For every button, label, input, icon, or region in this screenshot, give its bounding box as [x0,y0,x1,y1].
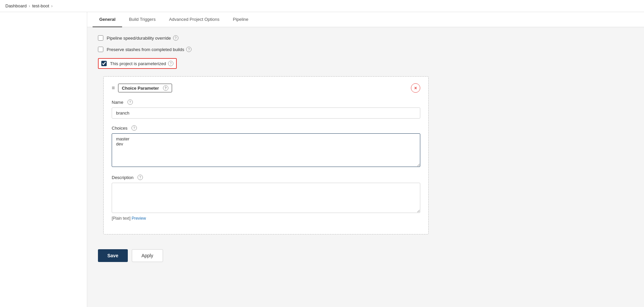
tabs-bar: General Build Triggers Advanced Project … [87,12,644,27]
param-type-label: Choice Parameter [122,86,159,91]
checkbox-pipeline-speed[interactable] [98,35,103,41]
help-icon-parameterized[interactable]: ? [168,61,173,66]
field-group-name: Name ? [112,99,420,119]
checkbox-row-parameterized: This project is parameterized ? [98,58,177,69]
plain-text-preview: [Plain text] Preview [112,216,420,221]
apply-button[interactable]: Apply [132,249,163,262]
help-icon-pipeline-speed[interactable]: ? [173,35,178,41]
name-label-text: Name [112,100,123,105]
plain-text-label: [Plain text] [112,216,130,221]
tab-pipeline[interactable]: Pipeline [226,12,255,27]
checkbox-row-pipeline-speed: Pipeline speed/durability override ? [98,35,429,41]
choices-textarea[interactable]: master dev [112,133,420,167]
description-textarea[interactable] [112,183,420,213]
name-input[interactable] [112,107,420,119]
checkbox-parameterized[interactable] [101,61,107,66]
choices-label-text: Choices [112,126,127,131]
parameter-block: ≡ Choice Parameter ? × Name ? [103,76,429,234]
param-header: ≡ Choice Parameter ? × [112,83,420,93]
footer-buttons: Save Apply [87,243,644,269]
drag-icon[interactable]: ≡ [112,85,115,91]
tab-general[interactable]: General [93,12,122,27]
checkbox-row-preserve-stashes: Preserve stashes from completed builds ? [98,47,429,52]
field-group-description: Description ? [Plain text] Preview [112,175,420,221]
help-icon-description[interactable]: ? [138,175,143,180]
param-type-badge: Choice Parameter ? [118,84,172,92]
param-header-left: ≡ Choice Parameter ? [112,84,172,92]
description-field-label: Description ? [112,175,420,180]
choices-field-label: Choices ? [112,125,420,131]
sidebar [0,12,87,307]
checkbox-pipeline-speed-label[interactable]: Pipeline speed/durability override [107,36,171,41]
breadcrumb: Dashboard › test-boot › [0,0,644,12]
breadcrumb-dashboard[interactable]: Dashboard [5,3,27,8]
help-icon-param-type[interactable]: ? [163,85,168,91]
field-group-choices: Choices ? master dev [112,125,420,168]
content-area: General Build Triggers Advanced Project … [87,12,644,307]
tab-build-triggers[interactable]: Build Triggers [122,12,162,27]
form-area: Pipeline speed/durability override ? Pre… [87,27,439,243]
checkbox-preserve-stashes[interactable] [98,47,103,52]
close-param-button[interactable]: × [411,83,420,93]
help-icon-preserve-stashes[interactable]: ? [186,47,192,52]
checkbox-preserve-stashes-label[interactable]: Preserve stashes from completed builds [107,47,184,52]
description-label-text: Description [112,175,133,180]
name-field-label: Name ? [112,99,420,105]
preview-link[interactable]: Preview [131,216,146,221]
breadcrumb-sep-1: › [29,3,30,8]
help-icon-choices[interactable]: ? [131,125,137,131]
breadcrumb-test-boot[interactable]: test-boot [32,3,49,8]
breadcrumb-sep-2: › [51,3,53,8]
help-icon-name[interactable]: ? [127,99,133,105]
save-button[interactable]: Save [98,249,128,262]
checkbox-parameterized-label[interactable]: This project is parameterized [110,61,166,66]
tab-advanced-project-options[interactable]: Advanced Project Options [162,12,226,27]
